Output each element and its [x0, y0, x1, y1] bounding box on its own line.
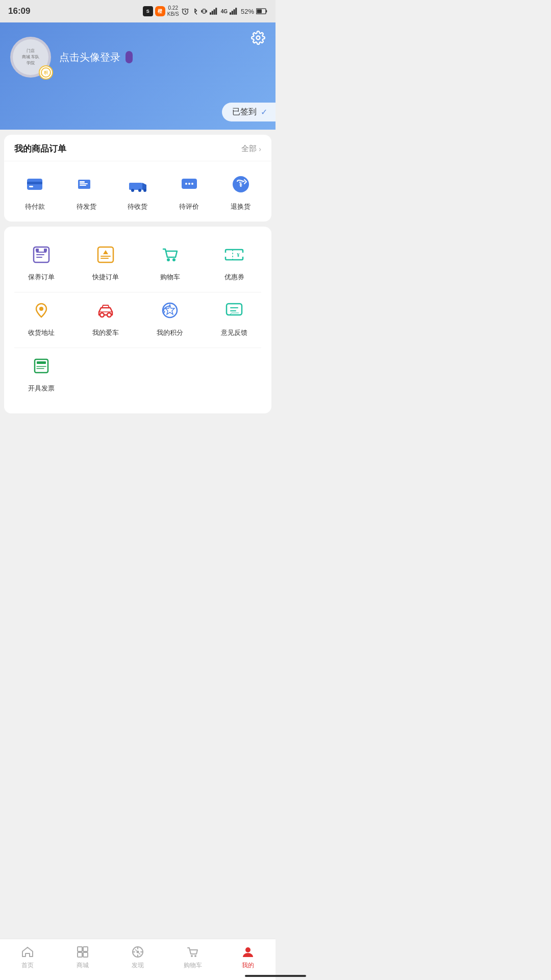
pending-review-icon: [177, 172, 202, 197]
svg-rect-36: [44, 249, 47, 252]
service-label-maintenance: 保养订单: [28, 273, 55, 282]
svg-text:¥: ¥: [237, 252, 240, 258]
pending-payment-icon: [22, 172, 47, 197]
svg-rect-1: [203, 9, 205, 13]
status-icons: S 橙 0.22KB/S 4G 52%: [143, 5, 267, 17]
svg-point-24: [143, 189, 146, 192]
svg-rect-12: [257, 9, 262, 13]
quick-order-icon: [93, 242, 118, 267]
order-label-return: 退换货: [231, 202, 251, 211]
svg-rect-5: [215, 8, 217, 15]
services-row1: 保养订单 快捷订单 购物车: [9, 237, 266, 287]
svg-point-47: [39, 307, 43, 311]
shopping-cart-icon-service: [157, 242, 183, 267]
orders-more-label: 全部: [241, 144, 257, 154]
svg-point-22: [131, 189, 134, 192]
avatar-container[interactable]: 门店商城 车队学院 积: [10, 37, 51, 78]
svg-point-48: [100, 313, 104, 317]
profile-login-text[interactable]: 点击头像登录: [59, 51, 133, 64]
order-icons-row: 待付款 待发货: [4, 161, 271, 222]
service-label-points: 我的积分: [157, 328, 183, 337]
maintenance-order-icon: [29, 242, 54, 267]
pending-ship-icon: [73, 172, 99, 197]
svg-rect-35: [36, 249, 39, 252]
service-invoice[interactable]: 开具发票: [9, 348, 73, 398]
service-my-points[interactable]: 我的积分: [138, 292, 202, 342]
service-feedback[interactable]: 意见反馈: [202, 292, 266, 342]
svg-point-41: [172, 258, 176, 261]
invoice-icon: [29, 353, 54, 379]
svg-rect-7: [232, 11, 233, 15]
svg-point-40: [167, 258, 170, 261]
svg-point-23: [138, 189, 141, 192]
address-icon: [29, 298, 54, 323]
svg-rect-15: [27, 182, 42, 184]
bluetooth-icon: [191, 7, 198, 15]
chevron-right-icon: ›: [259, 145, 261, 153]
service-quick-order[interactable]: 快捷订单: [73, 237, 138, 287]
vibrate-icon: [201, 7, 208, 15]
coupon-icon: ¥: [221, 242, 247, 267]
signed-label: 已签到: [232, 107, 257, 117]
services-row2: 收货地址 我的爱车: [9, 292, 266, 342]
orders-title: 我的商品订单: [14, 143, 66, 155]
order-label-pending-ship: 待发货: [77, 202, 96, 211]
svg-rect-55: [35, 359, 48, 373]
svg-point-43: [223, 253, 228, 257]
order-item-pending-payment[interactable]: 待付款: [9, 172, 61, 211]
svg-point-27: [188, 183, 190, 185]
svg-rect-11: [266, 10, 267, 12]
signal-icon: [210, 8, 219, 15]
service-label-feedback: 意见反馈: [221, 328, 247, 337]
my-points-icon: [157, 298, 183, 323]
svg-rect-19: [80, 183, 88, 184]
service-shopping-cart[interactable]: 购物车: [138, 237, 202, 287]
services-section: 保养订单 快捷订单 购物车: [4, 227, 271, 413]
orange-app-icon: 橙: [155, 6, 165, 16]
battery-icon: [256, 8, 267, 15]
order-item-pending-review[interactable]: 待评价: [163, 172, 215, 211]
svg-point-28: [191, 183, 193, 185]
svg-rect-52: [227, 304, 242, 315]
order-item-return[interactable]: ¥ 退换货: [215, 172, 266, 211]
svg-rect-20: [80, 185, 86, 186]
order-item-pending-ship[interactable]: 待发货: [61, 172, 112, 211]
service-address[interactable]: 收货地址: [9, 292, 73, 342]
svg-text:¥: ¥: [239, 181, 242, 188]
points-badge: 积: [39, 65, 53, 80]
alarm-icon: [181, 7, 189, 15]
service-maintenance-order[interactable]: 保养订单: [9, 237, 73, 287]
profile-row: 门店商城 车队学院 积 点击头像登录: [10, 37, 265, 78]
status-bar: 16:09 S 橙 0.22KB/S 4G 52%: [0, 0, 276, 22]
header-profile-area: 门店商城 车队学院 积 点击头像登录 已签到 ✓: [0, 22, 276, 130]
pending-receive-icon: [125, 172, 151, 197]
svg-rect-6: [230, 12, 231, 15]
order-label-pending-payment: 待付款: [25, 202, 45, 211]
settings-button[interactable]: [251, 31, 265, 45]
orders-section: 我的商品订单 全部 › 待付款: [4, 135, 271, 222]
service-label-quick: 快捷订单: [92, 273, 119, 282]
time-display: 16:09: [8, 6, 30, 16]
battery-level: 52%: [241, 8, 254, 15]
order-label-pending-review: 待评价: [179, 202, 199, 211]
service-coupon[interactable]: ¥ 优惠券: [202, 237, 266, 287]
order-item-pending-receive[interactable]: 待收货: [112, 172, 164, 211]
svg-rect-4: [213, 9, 215, 15]
signed-badge[interactable]: 已签到 ✓: [222, 103, 276, 121]
service-label-cart: 购物车: [160, 273, 180, 282]
check-icon: ✓: [261, 107, 267, 117]
orders-more-button[interactable]: 全部 ›: [241, 144, 261, 154]
svg-rect-42: [226, 250, 243, 260]
points-icon: 积: [41, 67, 51, 78]
svg-rect-37: [98, 247, 113, 262]
svg-rect-3: [211, 11, 213, 15]
service-label-address: 收货地址: [28, 328, 55, 337]
soul-app-icon: S: [143, 6, 153, 16]
network-type-4g: 4G: [221, 9, 228, 14]
service-label-car: 我的爱车: [92, 328, 119, 337]
svg-point-26: [185, 183, 187, 185]
service-my-car[interactable]: 我的爱车: [73, 292, 138, 342]
svg-rect-56: [37, 361, 46, 364]
signal2-icon: [230, 8, 239, 15]
purple-dot: [126, 51, 133, 63]
